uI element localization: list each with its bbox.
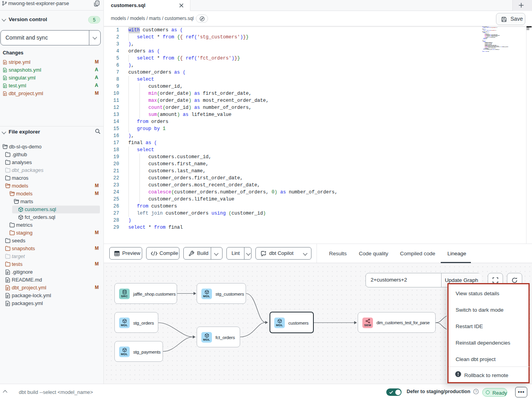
- svg-text:?: ?: [475, 390, 477, 394]
